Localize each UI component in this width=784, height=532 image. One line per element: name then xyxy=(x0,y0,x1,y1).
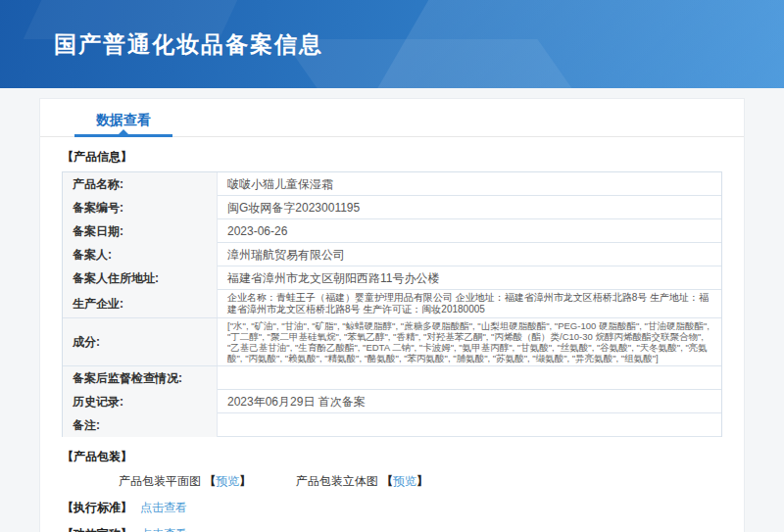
row-value: ["水", "矿油", "甘油", "矿脂", "鲸蜡硬脂醇", "蔗糖多硬脂酸… xyxy=(218,318,721,365)
standard-section-title: 【执行标准】 xyxy=(62,501,132,514)
tab-caret-icon xyxy=(119,129,128,134)
table-row-registrant-address: 备案人住所地址: 福建省漳州市龙文区朝阳西路11号办公楼 xyxy=(63,266,721,290)
bracket-open: 【 xyxy=(204,474,216,488)
table-row-registration-date: 备案日期: 2023-06-26 xyxy=(63,219,721,243)
row-label: 备案日期: xyxy=(63,219,218,243)
standard-view-link[interactable]: 点击查看 xyxy=(140,501,187,514)
table-row-ingredients: 成分: ["水", "矿油", "甘油", "矿脂", "鲸蜡硬脂醇", "蔗糖… xyxy=(63,318,721,366)
standard-section: 【执行标准】点击查看 xyxy=(62,500,722,516)
row-label: 成分: xyxy=(63,318,218,365)
row-label: 产品名称: xyxy=(63,172,218,196)
row-value: 闽G妆网备字2023001195 xyxy=(218,196,721,219)
row-value: 漳州瑞航贸易有限公司 xyxy=(218,243,721,266)
bracket-close: 】 xyxy=(416,474,428,488)
row-value: 企业名称：青蛙王子（福建）婴童护理用品有限公司 企业地址：福建省漳州市龙文区梧桥… xyxy=(218,290,721,317)
table-row-remarks: 备注: xyxy=(63,413,721,437)
main-area: 数据查看 【产品信息】 产品名称: 啵啵小猫儿童保湿霜 备案编号: 闽G妆网备字… xyxy=(0,88,784,532)
row-value: 2023-06-26 xyxy=(218,219,721,243)
table-row-registrant: 备案人: 漳州瑞航贸易有限公司 xyxy=(63,243,721,266)
row-value: 啵啵小猫儿童保湿霜 xyxy=(218,172,721,196)
row-value: 福建省漳州市龙文区朝阳西路11号办公楼 xyxy=(218,266,721,290)
table-row-supervision-check: 备案后监督检查情况: xyxy=(63,366,721,390)
product-info-section-title: 【产品信息】 xyxy=(62,149,722,166)
row-label: 备案后监督检查情况: xyxy=(63,366,218,390)
row-label: 历史记录: xyxy=(63,390,218,413)
row-label: 备案编号: xyxy=(63,196,218,219)
packaging-row: 产品包装平面图 【预览】 产品包装立体图 【预览】 xyxy=(119,473,722,490)
page-header: 国产普通化妆品备案信息 xyxy=(0,0,784,88)
efficacy-section: 【功效宣称】点击查看 xyxy=(62,526,722,532)
tab-data-view-label: 数据查看 xyxy=(96,112,151,127)
tab-data-view[interactable]: 数据查看 xyxy=(74,99,172,136)
row-label: 生产企业: xyxy=(63,290,218,317)
table-row-manufacturer: 生产企业: 企业名称：青蛙王子（福建）婴童护理用品有限公司 企业地址：福建省漳州… xyxy=(63,290,721,318)
packaging-stereo-preview-link[interactable]: 预览 xyxy=(393,474,416,488)
packaging-flat-label: 产品包装平面图 xyxy=(119,474,201,488)
bracket-open: 【 xyxy=(381,474,393,488)
row-label: 备注: xyxy=(63,413,218,437)
packaging-flat-preview-link[interactable]: 预览 xyxy=(216,474,239,488)
efficacy-view-link[interactable]: 点击查看 xyxy=(140,527,187,532)
row-value: 2023年06月29日 首次备案 xyxy=(218,390,721,413)
table-row-product-name: 产品名称: 啵啵小猫儿童保湿霜 xyxy=(63,172,721,196)
table-row-registration-number: 备案编号: 闽G妆网备字2023001195 xyxy=(63,196,721,219)
table-row-history: 历史记录: 2023年06月29日 首次备案 xyxy=(63,390,721,413)
efficacy-section-title: 【功效宣称】 xyxy=(62,527,132,532)
row-value xyxy=(218,413,721,437)
packaging-stereo-item: 产品包装立体图 【预览】 xyxy=(296,473,428,490)
row-label: 备案人: xyxy=(63,243,218,266)
tab-bar: 数据查看 xyxy=(40,99,744,137)
row-value xyxy=(218,366,721,390)
bracket-close: 】 xyxy=(239,474,251,488)
product-info-table: 产品名称: 啵啵小猫儿童保湿霜 备案编号: 闽G妆网备字2023001195 备… xyxy=(62,171,722,437)
packaging-flat-item: 产品包装平面图 【预览】 xyxy=(119,473,251,490)
packaging-section-title: 【产品包装】 xyxy=(62,449,722,465)
row-label: 备案人住所地址: xyxy=(63,266,218,290)
tab-active-underline xyxy=(74,134,172,137)
content-card: 数据查看 【产品信息】 产品名称: 啵啵小猫儿童保湿霜 备案编号: 闽G妆网备字… xyxy=(39,98,745,532)
packaging-stereo-label: 产品包装立体图 xyxy=(296,474,378,488)
page-title: 国产普通化妆品备案信息 xyxy=(54,29,323,60)
